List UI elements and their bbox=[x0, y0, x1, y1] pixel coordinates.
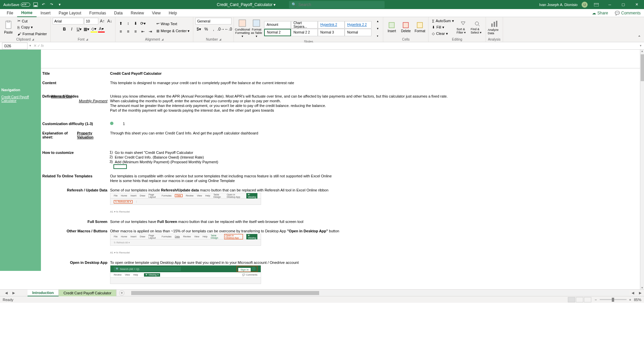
sheet-nav-prev[interactable]: ◀ bbox=[3, 291, 10, 295]
number-format-select[interactable] bbox=[195, 18, 232, 24]
styles-more-icon[interactable]: ▾ bbox=[374, 33, 381, 39]
styles-up-icon[interactable]: ▲ bbox=[374, 18, 381, 24]
vertical-scroll-thumb[interactable] bbox=[641, 54, 644, 81]
horizontal-scrollbar[interactable] bbox=[131, 291, 629, 295]
minimize-icon[interactable]: ─ bbox=[605, 0, 614, 9]
tab-insert[interactable]: Insert bbox=[37, 9, 55, 17]
conditional-formatting-button[interactable]: Conditional Formatting ▾ bbox=[236, 19, 249, 38]
add-sheet-button[interactable]: + bbox=[119, 290, 125, 296]
decrease-decimal-icon[interactable]: ←.0 bbox=[225, 26, 232, 33]
align-top-icon[interactable]: ⬆ bbox=[117, 20, 124, 27]
align-middle-icon[interactable]: ↕ bbox=[125, 20, 132, 27]
style-normal22[interactable]: Normal 2 2 bbox=[291, 29, 318, 36]
find-select-button[interactable]: Find & Select ▾ bbox=[471, 18, 484, 37]
zoom-out-icon[interactable]: − bbox=[595, 298, 597, 302]
style-normal2[interactable]: Normal 2 bbox=[264, 29, 291, 36]
format-cells-button[interactable]: Format bbox=[413, 18, 426, 37]
cut-button[interactable]: ✂ Cut bbox=[16, 18, 48, 24]
document-title[interactable]: Credit_Card_Payoff_Calculator ▾ bbox=[217, 2, 276, 7]
align-left-icon[interactable]: ≡ bbox=[117, 28, 124, 35]
search-box[interactable]: 🔍 bbox=[289, 1, 385, 8]
ribbon-mode-icon[interactable] bbox=[592, 0, 601, 9]
paste-button[interactable]: Paste bbox=[2, 18, 15, 37]
style-hyperlink22[interactable]: Hyperlink 2 2 bbox=[345, 21, 371, 28]
merge-center-button[interactable]: ⊞ Merge & Center ▾ bbox=[155, 28, 191, 34]
autosave-toggle[interactable]: AutoSave ● Off bbox=[3, 3, 30, 7]
view-page-break-icon[interactable] bbox=[584, 297, 591, 302]
copy-button[interactable]: ⎘ Copy ▾ bbox=[16, 24, 48, 31]
style-amount[interactable]: Amount bbox=[264, 21, 291, 28]
comma-format-icon[interactable]: , bbox=[210, 26, 217, 33]
clear-button[interactable]: ◇ Clear ▾ bbox=[431, 31, 455, 37]
align-right-icon[interactable]: ≡ bbox=[132, 28, 139, 35]
tab-file[interactable]: File bbox=[3, 9, 17, 17]
horizontal-scroll-thumb[interactable] bbox=[131, 291, 319, 295]
orientation-icon[interactable]: ⟳▾ bbox=[140, 20, 146, 27]
style-normal3[interactable]: Normal 3 bbox=[318, 29, 345, 36]
sheet-tab-ccpc[interactable]: Credit Card Payoff Calculator bbox=[59, 290, 116, 296]
save-icon[interactable] bbox=[33, 2, 38, 7]
fx-icon[interactable]: fx bbox=[41, 44, 44, 48]
accounting-format-icon[interactable]: $▾ bbox=[195, 26, 202, 33]
border-button[interactable]: ▦▾ bbox=[83, 26, 90, 33]
decrease-font-icon[interactable]: A↓ bbox=[106, 18, 113, 24]
nav-link-ccpc[interactable]: Credit Card Payoff Calculator bbox=[0, 94, 41, 104]
font-launcher-icon[interactable]: ◢ bbox=[86, 38, 88, 41]
tab-data[interactable]: Data bbox=[110, 9, 127, 17]
delete-cells-button[interactable]: Delete bbox=[399, 18, 412, 37]
vertical-scrollbar[interactable]: ▲ ▼ bbox=[640, 50, 644, 289]
align-bottom-icon[interactable]: ⬇ bbox=[132, 20, 139, 27]
align-center-icon[interactable]: ≡ bbox=[125, 28, 132, 35]
search-input[interactable] bbox=[298, 2, 382, 7]
zoom-in-icon[interactable]: + bbox=[629, 298, 631, 302]
comments-button[interactable]: 💬 Comments bbox=[611, 11, 644, 15]
tab-page-layout[interactable]: Page Layout bbox=[55, 9, 85, 17]
selected-cell[interactable] bbox=[113, 164, 127, 169]
fill-color-button[interactable]: ◇▾ bbox=[91, 26, 97, 33]
maximize-icon[interactable]: ▢ bbox=[618, 0, 628, 9]
sheet-nav-next[interactable]: ▶ bbox=[10, 291, 17, 295]
view-page-layout-icon[interactable] bbox=[576, 297, 583, 302]
bold-button[interactable]: B bbox=[61, 26, 68, 33]
zoom-slider[interactable] bbox=[600, 299, 627, 300]
font-name-select[interactable] bbox=[53, 18, 84, 24]
format-painter-button[interactable]: 🖌 Format Painter bbox=[16, 31, 48, 37]
increase-decimal-icon[interactable]: .0→ bbox=[217, 26, 224, 33]
wrap-text-button[interactable]: ↩ Wrap Text bbox=[155, 21, 191, 27]
styles-down-icon[interactable]: ▼ bbox=[374, 25, 381, 32]
underline-button[interactable]: U▾ bbox=[76, 26, 83, 33]
fill-button[interactable]: ⬇ Fill ▾ bbox=[431, 24, 455, 31]
tab-formulas[interactable]: Formulas bbox=[85, 9, 110, 17]
format-as-table-button[interactable]: Format as Table ▾ bbox=[250, 19, 263, 38]
accept-formula-icon[interactable]: ✓ bbox=[37, 44, 40, 48]
undo-icon[interactable]: ↶ bbox=[41, 2, 46, 7]
increase-font-icon[interactable]: A↑ bbox=[99, 18, 106, 24]
formula-input[interactable] bbox=[46, 43, 639, 49]
analyze-data-button[interactable]: Analyze Data bbox=[488, 18, 501, 37]
autosum-button[interactable]: Σ AutoSum ▾ bbox=[431, 18, 455, 24]
sheet-tab-introduction[interactable]: Introduction bbox=[28, 290, 59, 296]
style-hyperlink2[interactable]: Hyperlink 2 bbox=[318, 21, 345, 28]
style-normal[interactable]: Normal bbox=[345, 29, 371, 36]
user-name[interactable]: Ivan Joseph A. Dionisio bbox=[539, 3, 578, 7]
redo-icon[interactable]: ↷ bbox=[49, 2, 54, 7]
qat-dropdown-icon[interactable]: ▾ bbox=[57, 2, 62, 7]
tab-view[interactable]: View bbox=[148, 9, 165, 17]
share-button[interactable]: ☁ Share bbox=[589, 11, 611, 15]
name-box[interactable]: D26 bbox=[2, 43, 28, 49]
alignment-launcher-icon[interactable]: ◢ bbox=[161, 38, 163, 41]
formula-expand-icon[interactable]: ▼ bbox=[639, 44, 642, 47]
italic-button[interactable]: I bbox=[68, 26, 75, 33]
cancel-formula-icon[interactable]: ✕ bbox=[34, 44, 37, 48]
insert-cells-button[interactable]: Insert bbox=[385, 18, 398, 37]
tab-help[interactable]: Help bbox=[165, 9, 181, 17]
increase-indent-icon[interactable]: ⇥ bbox=[147, 28, 154, 35]
tab-review[interactable]: Review bbox=[127, 9, 148, 17]
avatar[interactable]: IJ bbox=[582, 2, 588, 8]
sort-filter-button[interactable]: Sort & Filter ▾ bbox=[457, 18, 469, 37]
decrease-indent-icon[interactable]: ⇤ bbox=[140, 28, 146, 35]
collapse-ribbon-icon[interactable]: ⌃ bbox=[636, 34, 643, 41]
clipboard-launcher-icon[interactable]: ◢ bbox=[32, 38, 34, 41]
tab-home[interactable]: Home bbox=[17, 9, 36, 17]
number-launcher-icon[interactable]: ◢ bbox=[219, 38, 221, 41]
